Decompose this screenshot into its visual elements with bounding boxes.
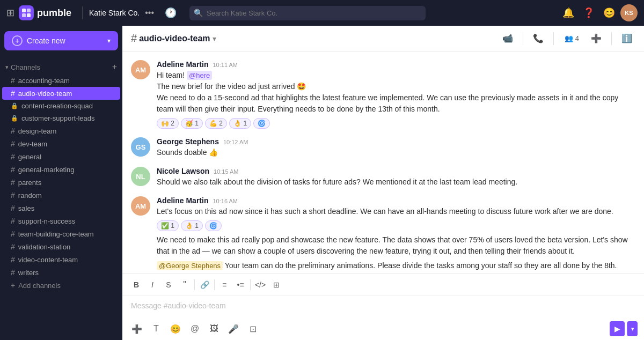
help-icon[interactable]: ❓ — [580, 4, 598, 22]
message-author: George Stephens — [157, 137, 219, 146]
editor-toolbar: B I S " 🔗 ≡ •≡ </> ⊞ — [122, 274, 644, 296]
sidebar-item-random[interactable]: #random — [2, 189, 120, 202]
channel-item-label: customer-support-leads — [21, 114, 95, 122]
message-header: Adeline Martin10:16 AM — [157, 196, 635, 205]
emoji-icon[interactable]: 😊 — [600, 4, 618, 22]
sidebar-item-dev-team[interactable]: #dev-team — [2, 137, 120, 150]
sidebar-item-parents[interactable]: #parents — [2, 176, 120, 189]
phone-call-icon[interactable]: 📞 — [530, 30, 547, 47]
ordered-list-button[interactable]: ≡ — [217, 277, 232, 292]
channel-item-label: accounting-team — [18, 77, 70, 85]
add-channel-icon[interactable]: + — [112, 62, 117, 72]
toolbar-divider1 — [194, 279, 195, 290]
chat-header: # audio-video-team ▾ 📹 📞 👥 4 ➕ ℹ️ — [122, 26, 644, 51]
search-input[interactable] — [189, 6, 426, 20]
sidebar-item-writers[interactable]: #writers — [2, 266, 120, 279]
add-channels-item[interactable]: + Add channels — [2, 279, 120, 292]
quote-button[interactable]: " — [177, 277, 192, 292]
message-text: Should we also talk about the division o… — [157, 176, 635, 188]
code-block-button[interactable]: ⊞ — [269, 277, 284, 292]
message-group: NLNicole Lawson10:15 AMShould we also ta… — [131, 167, 635, 188]
messages-container: AMAdeline Martin10:11 AMHi team! @hereTh… — [122, 51, 644, 274]
app-name: pumble — [37, 8, 71, 19]
mention-button[interactable]: @ — [187, 321, 203, 337]
sidebar-item-design-team[interactable]: #design-team — [2, 124, 120, 137]
editor-send-group: ▶ ▾ — [610, 321, 638, 336]
sidebar-item-accounting-team[interactable]: #accounting-team — [2, 74, 120, 87]
channel-chevron-icon[interactable]: ▾ — [213, 34, 216, 43]
add-member-icon[interactable]: ➕ — [588, 30, 605, 47]
bold-button[interactable]: B — [129, 277, 144, 292]
editor-area: B I S " 🔗 ≡ •≡ </> ⊞ Message #audio-vide… — [122, 274, 644, 340]
message-time: 10:11 AM — [213, 62, 237, 68]
notification-icon[interactable]: 🔔 — [559, 4, 577, 22]
gif-button[interactable]: 🖼 — [206, 321, 222, 337]
message-content: George Stephens10:12 AMSounds doable 👍 — [157, 137, 635, 158]
message-text-continuation: We need to make this ad really pop and s… — [157, 234, 635, 257]
reaction-button[interactable]: 👌 1 — [181, 220, 203, 231]
reaction-button[interactable]: 🥳 1 — [181, 118, 203, 129]
message-header: Adeline Martin10:11 AM — [157, 60, 635, 69]
link-button[interactable]: 🔗 — [197, 277, 212, 292]
format-button[interactable]: T — [148, 321, 164, 337]
user-avatar[interactable]: KS — [620, 4, 638, 21]
channel-item-label: general-marketing — [18, 166, 75, 174]
channel-item-label: parents — [18, 179, 41, 187]
lock-icon: 🔒 — [11, 102, 18, 109]
video-call-icon[interactable]: 📹 — [499, 30, 516, 47]
editor-input[interactable]: Message #audio-video-team — [122, 296, 644, 317]
sidebar-item-validation-station[interactable]: #validation-station — [2, 240, 120, 253]
sidebar-item-general[interactable]: #general — [2, 150, 120, 163]
channels-section-header[interactable]: ▾ Channels + — [0, 60, 122, 74]
reaction-button[interactable]: 🙌 2 — [157, 118, 179, 129]
sidebar-item-content-creation-squad[interactable]: 🔒content-creation-squad — [2, 100, 120, 112]
sidebar-item-general-marketing[interactable]: #general-marketing — [2, 163, 120, 176]
grid-icon[interactable]: ⊞ — [6, 7, 14, 19]
reaction-button[interactable]: 👌 1 — [229, 118, 251, 129]
reaction-button[interactable]: 🌀 — [205, 220, 222, 231]
channel-item-label: video-content-team — [18, 256, 78, 264]
attach-button[interactable]: ➕ — [129, 321, 145, 337]
reaction-button[interactable]: 🌀 — [253, 118, 270, 129]
navbar: ⊞ pumble Katie Stark Co. ••• 🕐 🔍 🔔 ❓ 😊 K… — [0, 0, 644, 26]
unordered-list-button[interactable]: •≡ — [233, 277, 248, 292]
channel-hash-icon: # — [131, 32, 137, 45]
history-icon[interactable]: 🕐 — [165, 7, 177, 19]
apps-button[interactable]: ⊡ — [245, 321, 261, 337]
editor-bottom-toolbar: ➕ T 😊 @ 🖼 🎤 ⊡ ▶ ▾ — [122, 317, 644, 340]
channel-item-label: general — [18, 153, 41, 161]
channel-item-label: sales — [18, 204, 34, 212]
sidebar-item-audio-video-team[interactable]: #audio-video-team — [2, 87, 120, 100]
header-divider2 — [553, 32, 554, 45]
sidebar-item-video-content-team[interactable]: #video-content-team — [2, 253, 120, 266]
create-new-button[interactable]: + Create new ▾ — [4, 31, 118, 50]
avatar: GS — [131, 137, 150, 157]
reactions-bar: ✅ 1👌 1🌀 — [157, 220, 635, 231]
message-text: Hi team! @here — [157, 70, 635, 81]
members-badge[interactable]: 👥 4 — [560, 32, 583, 45]
message-text: Sounds doable 👍 — [157, 147, 635, 158]
strikethrough-button[interactable]: S — [161, 277, 176, 292]
workspace-name[interactable]: Katie Stark Co. — [89, 9, 140, 17]
avatar: AM — [131, 196, 150, 216]
audio-button[interactable]: 🎤 — [225, 321, 241, 337]
svg-rect-3 — [27, 13, 31, 17]
message-header: George Stephens10:12 AM — [157, 137, 635, 146]
italic-button[interactable]: I — [145, 277, 160, 292]
sidebar-item-sales[interactable]: #sales — [2, 202, 120, 215]
code-button[interactable]: </> — [253, 277, 268, 292]
sidebar-item-team-building-core-team[interactable]: #team-building-core-team — [2, 227, 120, 240]
sidebar-item-customer-support-leads[interactable]: 🔒customer-support-leads — [2, 112, 120, 124]
svg-rect-2 — [22, 13, 26, 17]
reaction-button[interactable]: ✅ 1 — [157, 220, 179, 231]
emoji-picker-button[interactable]: 😊 — [167, 321, 184, 337]
send-button[interactable]: ▶ — [610, 321, 625, 336]
message-group: AMAdeline Martin10:11 AMHi team! @hereTh… — [131, 60, 635, 129]
hash-icon: # — [11, 139, 15, 148]
logo-icon — [19, 5, 34, 20]
sidebar-item-support-n-success[interactable]: #support-n-success — [2, 215, 120, 227]
info-icon[interactable]: ℹ️ — [618, 30, 635, 47]
reaction-button[interactable]: 💪 2 — [205, 118, 227, 129]
workspace-more-icon[interactable]: ••• — [145, 8, 154, 18]
send-options-button[interactable]: ▾ — [627, 321, 638, 336]
